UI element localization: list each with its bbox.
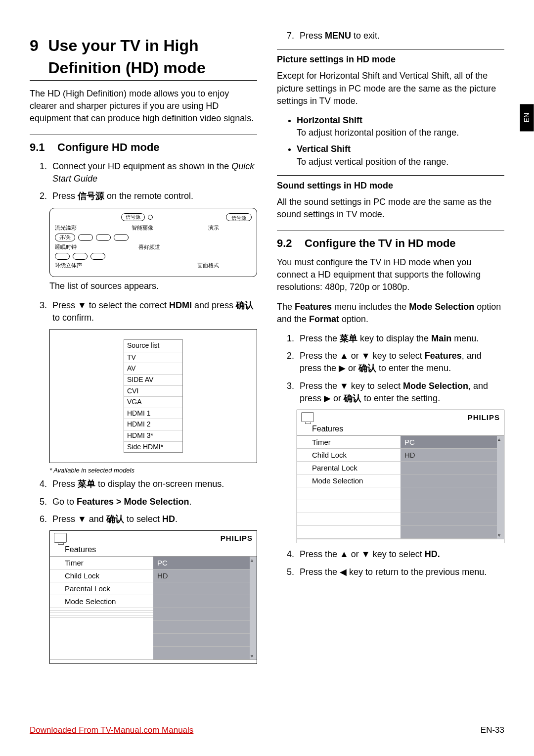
sound-settings-paragraph: All the sound settings in PC mode are th… — [277, 196, 504, 221]
features-menu-diagram-1: PHILIPS Features Timer Child Lock Parent… — [49, 530, 257, 664]
section-9-2-heading: 9.2 Configure the TV in HD mode — [277, 231, 504, 251]
menu-item: Timer — [297, 436, 400, 449]
remote-top-button: 信号源 — [121, 213, 145, 221]
source-item: Side HDMI* — [124, 442, 182, 453]
source-list-diagram: Source list TV AV SIDE AV CVI VGA HDMI 1… — [49, 329, 257, 463]
step-5: Go to Features > Mode Selection. — [49, 496, 257, 508]
section-title-text: Configure the TV in HD mode — [305, 236, 456, 251]
remote-button-icon — [73, 253, 88, 260]
steps-list-3: Press 菜单 to display the on-screen menus.… — [30, 478, 257, 525]
scrollbar: ▵ ▿ — [250, 557, 257, 660]
tv-icon — [54, 533, 67, 543]
remote-control-diagram: 信号源 流光溢彩 智能丽像 演示 开/关 睡眠时钟 喜好频道 — [49, 208, 257, 277]
section-9-2-paragraph-1: You must configure the TV in HD mode whe… — [277, 256, 504, 294]
source-item: HDMI 1 — [124, 408, 182, 420]
two-column-layout: 9 Use your TV in High Definition (HD) mo… — [30, 30, 504, 669]
section-title-text: Configure HD mode — [57, 140, 160, 155]
remote-side-button: 信号源 — [226, 213, 252, 221]
steps-list-2: Press ▼ to select the correct HDMI and p… — [30, 299, 257, 324]
vertical-shift-item: Vertical Shift To adjust vertical positi… — [297, 143, 504, 168]
menu-item: Child Lock — [50, 569, 153, 582]
menu-option-selected: PC — [153, 557, 257, 569]
source-item: HDMI 3* — [124, 430, 182, 442]
source-item: SIDE AV — [124, 375, 182, 386]
menu-item: Parental Lock — [50, 582, 153, 595]
footnote: * Available in selected models — [49, 466, 257, 475]
brand-label: PHILIPS — [468, 412, 500, 423]
source-item: VGA — [124, 397, 182, 408]
remote-button-icon — [114, 234, 129, 241]
scroll-up-icon: ▵ — [498, 436, 500, 443]
remote-button-icon — [96, 234, 111, 241]
source-item: AV — [124, 363, 182, 375]
tv-icon — [301, 412, 314, 422]
left-column: 9 Use your TV in High Definition (HD) mo… — [30, 30, 257, 669]
chapter-heading: 9 Use your TV in High Definition (HD) mo… — [30, 30, 257, 81]
sound-settings-heading: Sound settings in HD mode — [277, 175, 504, 192]
menu-item: Parental Lock — [297, 462, 400, 474]
scrollbar: ▵ ▿ — [497, 436, 504, 539]
right-step-4: Press the ▲ or ▼ key to select HD. — [297, 548, 504, 561]
section-9-1-heading: 9.1 Configure HD mode — [30, 135, 257, 155]
menu-item: Timer — [50, 557, 153, 569]
menu-option-selected: PC — [400, 436, 504, 449]
scroll-down-icon: ▿ — [498, 532, 500, 539]
chapter-title-text: Use your TV in High Definition (HD) mode — [48, 35, 257, 79]
dot-icon — [148, 215, 153, 220]
section-9-2-paragraph-2: The Features menu includes the Mode Sele… — [277, 301, 504, 326]
language-side-tab: EN — [520, 104, 534, 131]
menu-item: Mode Selection — [50, 595, 153, 608]
on-off-button: 开/关 — [55, 234, 75, 241]
intro-paragraph: The HD (High Definition) mode allows you… — [30, 88, 257, 125]
menu-item: Child Lock — [297, 449, 400, 462]
scroll-up-icon: ▵ — [251, 557, 253, 564]
right-step-3: Press the ▼ key to select Mode Selection… — [297, 380, 504, 405]
brand-label: PHILIPS — [221, 533, 253, 543]
right-step-2: Press the ▲ or ▼ key to select Features,… — [297, 350, 504, 375]
remote-button-icon — [55, 253, 70, 260]
right-column: Press MENU to exit. Picture settings in … — [277, 30, 504, 669]
picture-settings-heading: Picture settings in HD mode — [277, 49, 504, 66]
steps-list-1: Connect your HD equipment as shown in th… — [30, 160, 257, 203]
section-number: 9.1 — [30, 140, 57, 155]
right-steps-list: Press the 菜单 key to display the Main men… — [277, 332, 504, 405]
menu-title: Features — [297, 424, 504, 436]
right-step-5: Press the ◀ key to return to the previou… — [297, 566, 504, 578]
chapter-number: 9 — [30, 35, 48, 79]
step-7: Press MENU to exit. — [297, 30, 504, 42]
right-steps-list-2: Press the ▲ or ▼ key to select HD. Press… — [277, 548, 504, 578]
scroll-down-icon: ▿ — [251, 653, 253, 660]
source-item: HDMI 2 — [124, 419, 182, 430]
step-4: Press 菜单 to display the on-screen menus. — [49, 478, 257, 490]
source-item: CVI — [124, 386, 182, 397]
menu-item: Mode Selection — [297, 474, 400, 487]
menu-title: Features — [50, 544, 257, 557]
remote-button-icon — [90, 253, 105, 260]
step-6: Press ▼ and 确认 to select HD. — [49, 513, 257, 525]
download-link[interactable]: Downloaded From TV-Manual.com Manuals — [30, 724, 193, 736]
menu-option: HD — [153, 569, 257, 582]
remote-button-icon — [78, 234, 93, 241]
shift-list: Horizontal Shift To adjust horizontal po… — [277, 114, 504, 168]
step-2: Press 信号源 on the remote control. — [49, 190, 257, 202]
step-3: Press ▼ to select the correct HDMI and p… — [49, 299, 257, 324]
steps-list-4: Press MENU to exit. — [277, 30, 504, 42]
section-number: 9.2 — [277, 236, 305, 251]
step-1: Connect your HD equipment as shown in th… — [49, 160, 257, 185]
menu-option: HD — [400, 449, 504, 462]
page-footer: Downloaded From TV-Manual.com Manuals EN… — [30, 724, 504, 736]
features-menu-diagram-2: PHILIPS Features Timer Child Lock Parent… — [297, 410, 504, 543]
horizontal-shift-item: Horizontal Shift To adjust horizontal po… — [297, 114, 504, 139]
source-list-header: Source list — [124, 340, 182, 352]
page-number: EN-33 — [481, 724, 504, 736]
picture-settings-paragraph: Except for Horizontal Shift and Vertical… — [277, 70, 504, 107]
after-remote-text: The list of sources appears. — [49, 280, 257, 292]
right-step-1: Press the 菜单 key to display the Main men… — [297, 332, 504, 345]
source-item: TV — [124, 352, 182, 364]
